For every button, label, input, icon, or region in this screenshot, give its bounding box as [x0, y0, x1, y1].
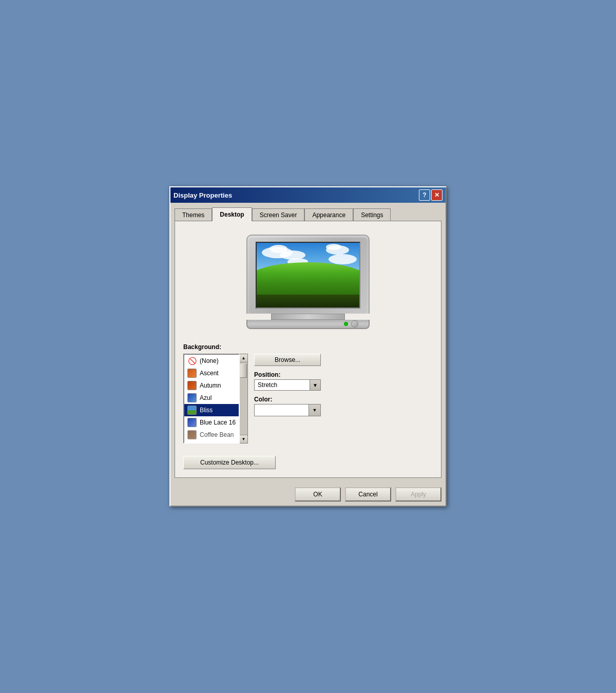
wallpaper-item-autumn[interactable]: Autumn: [184, 379, 239, 392]
position-group: Position: Center Tile Stretch ▼: [254, 371, 321, 391]
customize-desktop-button[interactable]: Customize Desktop...: [183, 456, 276, 469]
wallpaper-item-label: (None): [200, 357, 219, 364]
wallpaper-item-label: Ascent: [200, 370, 219, 377]
scroll-down-button[interactable]: ▼: [240, 435, 247, 443]
wallpaper-list-scrollbar[interactable]: ▲ ▼: [240, 354, 248, 444]
color-dropdown[interactable]: ▼: [254, 404, 321, 416]
autumn-icon: [187, 381, 197, 390]
green-hill: [257, 262, 359, 298]
browse-button[interactable]: Browse...: [254, 354, 321, 366]
wallpaper-item-azul[interactable]: Azul: [184, 392, 239, 404]
monitor-led: [344, 322, 348, 326]
monitor-neck: [271, 314, 345, 320]
color-group: Color: ▼: [254, 396, 321, 416]
help-button[interactable]: ?: [419, 189, 430, 201]
tab-desktop[interactable]: Desktop: [212, 207, 252, 221]
ok-button[interactable]: OK: [295, 487, 341, 502]
scroll-up-button[interactable]: ▲: [240, 354, 247, 362]
wallpaper-item-bluelace[interactable]: Blue Lace 16: [184, 416, 239, 429]
apply-button[interactable]: Apply: [395, 487, 441, 502]
color-swatch[interactable]: [255, 405, 309, 416]
wallpaper-item-bliss[interactable]: Bliss: [184, 404, 239, 416]
coffeebean-icon: [187, 430, 197, 439]
azul-icon: [187, 393, 197, 402]
position-label: Position:: [254, 371, 321, 378]
wallpaper-item-coffeebean[interactable]: Coffee Bean: [184, 429, 239, 441]
wallpaper-list-border: (None) Ascent Autumn: [183, 354, 240, 444]
close-button[interactable]: ✕: [431, 189, 442, 201]
wallpaper-list-container: (None) Ascent Autumn: [183, 354, 248, 444]
none-icon: [187, 356, 197, 365]
position-select[interactable]: Center Tile Stretch: [254, 379, 321, 391]
wallpaper-list: (None) Ascent Autumn: [184, 355, 239, 442]
bliss-scene: [257, 243, 359, 307]
wallpaper-item-ascent[interactable]: Ascent: [184, 367, 239, 379]
cancel-button[interactable]: Cancel: [345, 487, 391, 502]
title-bar-controls: ? ✕: [419, 189, 442, 201]
window-body: Themes Desktop Screen Saver Appearance S…: [170, 203, 446, 482]
tab-appearance[interactable]: Appearance: [304, 208, 353, 221]
display-properties-window: Display Properties ? ✕ Themes Desktop Sc…: [169, 186, 447, 507]
wallpaper-item-label: Bliss: [200, 407, 213, 414]
wallpaper-item-none[interactable]: (None): [184, 355, 239, 367]
bottom-button-bar: OK Cancel Apply: [170, 482, 446, 506]
background-label: Background:: [183, 343, 433, 351]
position-select-wrapper[interactable]: Center Tile Stretch ▼: [254, 379, 321, 391]
background-section: (None) Ascent Autumn: [183, 354, 433, 444]
ascent-icon: [187, 369, 197, 378]
monitor-preview-container: [183, 229, 433, 334]
dark-ground: [257, 295, 359, 307]
monitor-preview: [246, 235, 370, 329]
bliss-icon: [187, 406, 197, 415]
tab-screensaver[interactable]: Screen Saver: [252, 208, 305, 221]
monitor-casing: [246, 235, 370, 314]
scroll-track: [240, 362, 247, 435]
tab-settings[interactable]: Settings: [353, 208, 391, 221]
scroll-thumb[interactable]: [240, 363, 247, 378]
desktop-tab-content: Background: (None): [175, 221, 441, 478]
tab-themes[interactable]: Themes: [175, 208, 212, 221]
monitor-power-button: [351, 320, 358, 328]
tab-bar: Themes Desktop Screen Saver Appearance S…: [175, 207, 441, 221]
monitor-screen: [256, 242, 360, 309]
color-dropdown-arrow[interactable]: ▼: [309, 405, 320, 416]
monitor-base: [246, 320, 370, 329]
wallpaper-item-label: Blue Lace 16: [200, 419, 236, 426]
bluelace-icon: [187, 418, 197, 427]
wallpaper-item-label: Coffee Bean: [200, 431, 234, 438]
title-bar: Display Properties ? ✕: [170, 187, 446, 203]
window-title: Display Properties: [174, 191, 232, 199]
color-label: Color:: [254, 396, 321, 403]
wallpaper-item-label: Autumn: [200, 382, 221, 389]
wallpaper-item-label: Azul: [200, 394, 211, 401]
right-panel: Browse... Position: Center Tile Stretch …: [254, 354, 321, 444]
